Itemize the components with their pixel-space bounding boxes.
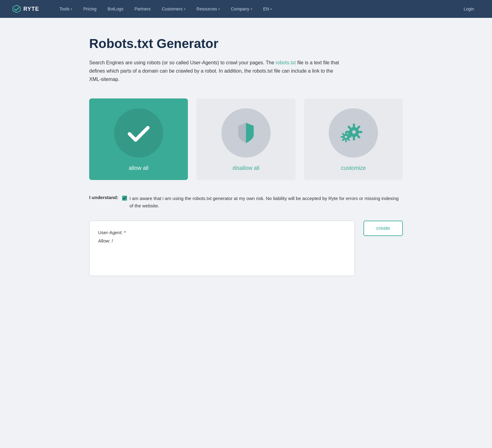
shield-icon <box>232 119 260 147</box>
customize-label: customize <box>341 165 366 171</box>
nav-item-partners[interactable]: Partners <box>129 0 156 18</box>
nav-links: Tools ▾ Pricing BotLogs Partners Custome… <box>54 0 458 18</box>
allow-all-card[interactable]: allow all <box>89 98 188 180</box>
svg-line-17 <box>343 134 344 135</box>
nav-item-en[interactable]: EN ▾ <box>258 0 277 18</box>
nav-item-company[interactable]: Company ▾ <box>225 0 258 18</box>
output-line-2: Allow: / <box>98 237 346 245</box>
output-box: User-Agent: * Allow: / <box>89 221 355 276</box>
checkmark-icon <box>125 119 153 147</box>
nav-right: Login <box>458 0 480 18</box>
chevron-down-icon: ▾ <box>71 7 72 11</box>
disclaimer-row: I understand: I am aware that i am using… <box>89 195 403 210</box>
logo-text: RYTE <box>23 6 39 12</box>
output-row: User-Agent: * Allow: / create <box>89 221 403 276</box>
chevron-down-icon: ▾ <box>184 7 185 11</box>
page-description: Search Engines are using robots (or so c… <box>89 58 341 84</box>
svg-line-10 <box>358 135 359 137</box>
mode-cards: allow all disallow all <box>89 98 403 180</box>
svg-line-20 <box>348 139 349 140</box>
svg-line-8 <box>358 127 359 129</box>
disallow-all-icon-circle <box>221 108 271 158</box>
chevron-down-icon: ▾ <box>218 7 220 11</box>
allow-all-icon-circle <box>114 108 163 158</box>
svg-point-2 <box>352 130 356 134</box>
customize-card[interactable]: customize <box>304 98 403 180</box>
customize-icon-circle <box>329 108 378 158</box>
main-content: Robots.txt Generator Search Engines are … <box>77 18 415 301</box>
navigation: RYTE Tools ▾ Pricing BotLogs Partners Cu… <box>0 0 492 18</box>
disclaimer-checkbox[interactable] <box>122 196 127 201</box>
svg-line-7 <box>349 127 351 129</box>
nav-login[interactable]: Login <box>458 0 480 18</box>
nav-item-resources[interactable]: Resources ▾ <box>191 0 225 18</box>
create-button[interactable]: create <box>363 221 403 236</box>
logo[interactable]: RYTE <box>12 5 39 13</box>
svg-line-18 <box>348 134 349 135</box>
chevron-down-icon: ▾ <box>270 7 272 11</box>
chevron-down-icon: ▾ <box>251 7 252 11</box>
svg-marker-0 <box>13 5 20 13</box>
disallow-all-card[interactable]: disallow all <box>196 98 295 180</box>
svg-point-12 <box>345 136 347 138</box>
output-line-1: User-Agent: * <box>98 228 346 237</box>
allow-all-label: allow all <box>129 165 149 171</box>
disallow-all-label: disallow all <box>232 165 259 171</box>
robots-txt-link[interactable]: robots.txt <box>276 60 296 65</box>
disclaimer-label: I understand: <box>89 195 118 200</box>
nav-item-botlogs[interactable]: BotLogs <box>102 0 129 18</box>
svg-line-19 <box>343 139 344 140</box>
nav-item-pricing[interactable]: Pricing <box>78 0 102 18</box>
page-title: Robots.txt Generator <box>89 36 403 51</box>
nav-item-tools[interactable]: Tools ▾ <box>54 0 78 18</box>
gears-icon <box>338 119 369 147</box>
nav-item-customers[interactable]: Customers ▾ <box>156 0 191 18</box>
disclaimer-text: I am aware that i am using the robots.tx… <box>129 195 403 210</box>
